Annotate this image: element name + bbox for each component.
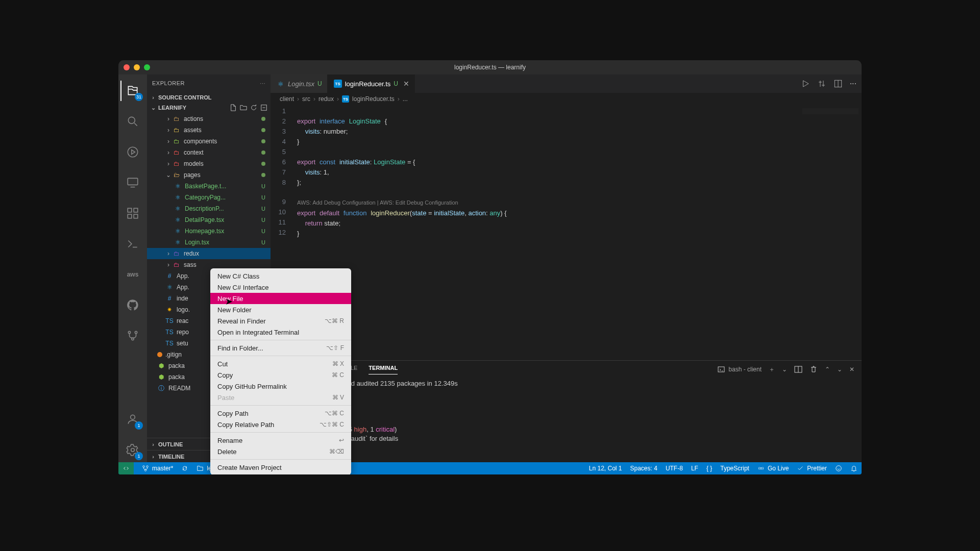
- file-login[interactable]: ⚛Login.tsxU: [147, 237, 271, 248]
- maximize-window-button[interactable]: [144, 64, 150, 70]
- minimap[interactable]: [802, 108, 859, 129]
- code-content[interactable]: export interface LoginState { visits: nu…: [297, 105, 862, 360]
- breadcrumb-item: ...: [403, 95, 408, 103]
- status-prettier[interactable]: Prettier: [797, 465, 827, 472]
- powershell-icon[interactable]: [120, 232, 145, 256]
- folder-actions[interactable]: ›🗀actions: [147, 113, 271, 124]
- panel-tab-terminal[interactable]: TERMINAL: [369, 365, 398, 374]
- tab-close-icon[interactable]: ✕: [403, 80, 409, 88]
- menu-open-terminal[interactable]: Open in Integrated Terminal: [210, 327, 351, 338]
- debug-icon[interactable]: [120, 140, 145, 164]
- terminal-split-icon[interactable]: [794, 365, 802, 373]
- explorer-icon[interactable]: 31: [120, 79, 145, 103]
- file-description[interactable]: ⚛DescriptionP...U: [147, 203, 271, 214]
- svg-rect-2: [128, 178, 138, 185]
- menu-new-folder[interactable]: New Folder: [210, 304, 351, 315]
- compare-icon[interactable]: [817, 79, 826, 88]
- menu-copy[interactable]: Copy⌘ C: [210, 369, 351, 381]
- sidebar-more-icon[interactable]: ···: [260, 80, 265, 86]
- menu-find-in-folder[interactable]: Find in Folder...⌥⇧ F: [210, 342, 351, 354]
- remote-indicator[interactable]: [118, 462, 134, 474]
- new-file-icon[interactable]: [230, 104, 237, 111]
- shell-label: bash - client: [728, 366, 762, 373]
- refresh-icon[interactable]: [250, 104, 257, 111]
- remote-icon[interactable]: [120, 170, 145, 195]
- terminal-trash-icon[interactable]: [810, 365, 818, 373]
- folder-components[interactable]: ›🗀components: [147, 136, 271, 147]
- status-golive[interactable]: Go Live: [757, 465, 789, 472]
- terminal-output[interactable]: s from 24 contributors and audited 2135 …: [271, 378, 862, 462]
- folder-redux[interactable]: ›🗀redux: [147, 248, 271, 259]
- editor-actions: ···: [801, 79, 856, 88]
- svg-rect-4: [134, 208, 138, 212]
- menu-new-csharp-interface[interactable]: New C# Interface: [210, 282, 351, 293]
- status-language[interactable]: TypeScript: [720, 465, 749, 472]
- breadcrumb-item: loginReducer.ts: [352, 95, 395, 103]
- menu-copy-path[interactable]: Copy Path⌥⌘ C: [210, 408, 351, 419]
- file-basket[interactable]: ⚛BasketPage.t...U: [147, 181, 271, 192]
- collapse-icon[interactable]: [260, 104, 267, 111]
- project-header[interactable]: ⌄LEARNIFY: [147, 103, 271, 112]
- menu-copy-github[interactable]: Copy GitHub Permalink: [210, 381, 351, 392]
- split-editor-icon[interactable]: [834, 79, 843, 88]
- file-detail[interactable]: ⚛DetailPage.tsxU: [147, 214, 271, 226]
- menu-separator: [210, 432, 351, 433]
- menu-copy-relative-path[interactable]: Copy Relative Path⌥⇧⌘ C: [210, 419, 351, 430]
- terminal-maximize-icon[interactable]: ⌃: [825, 366, 830, 373]
- codelens[interactable]: AWS: Add Debug Configuration | AWS: Edit…: [297, 198, 862, 208]
- menu-rename[interactable]: Rename↩: [210, 435, 351, 446]
- status-lncol[interactable]: Ln 12, Col 1: [589, 465, 622, 472]
- search-icon[interactable]: [120, 109, 145, 134]
- play-icon[interactable]: [801, 79, 810, 88]
- github-icon[interactable]: [120, 293, 145, 317]
- tab-login-reducer[interactable]: TS loginReducer.ts U ✕: [328, 74, 415, 93]
- status-encoding[interactable]: UTF-8: [666, 465, 683, 472]
- section-source-control[interactable]: ›SOURCE CONTROL: [147, 92, 271, 103]
- new-folder-icon[interactable]: [240, 104, 247, 111]
- status-sync[interactable]: [181, 465, 188, 472]
- file-homepage[interactable]: ⚛Homepage.tsxU: [147, 226, 271, 237]
- status-branch[interactable]: master*: [142, 465, 173, 472]
- file-category[interactable]: ⚛CategoryPag...U: [147, 192, 271, 203]
- status-bell-icon[interactable]: [850, 465, 857, 472]
- status-spaces[interactable]: Spaces: 4: [630, 465, 657, 472]
- terminal-close-icon[interactable]: ✕: [849, 366, 854, 373]
- ts-file-icon: TS: [342, 95, 349, 103]
- folder-context[interactable]: ›🗀context: [147, 147, 271, 158]
- status-eol[interactable]: LF: [691, 465, 698, 472]
- status-branch-label: master*: [152, 465, 173, 472]
- minimize-window-button[interactable]: [134, 64, 140, 70]
- folder-pages[interactable]: ⌄🗁pages: [147, 169, 271, 181]
- breadcrumb-item: redux: [318, 95, 334, 103]
- breadcrumb[interactable]: client› src› redux› TS loginReducer.ts› …: [271, 93, 862, 105]
- tab-modified-badge: U: [394, 80, 398, 87]
- svg-rect-3: [128, 208, 132, 212]
- status-feedback-icon[interactable]: [835, 465, 842, 472]
- terminal-add-icon[interactable]: ＋: [769, 365, 775, 374]
- branch-icon[interactable]: [120, 323, 145, 348]
- menu-new-file[interactable]: New File: [210, 293, 351, 304]
- close-window-button[interactable]: [124, 64, 130, 70]
- more-icon[interactable]: ···: [850, 79, 856, 88]
- terminal-dropdown-icon[interactable]: ⌄: [782, 366, 787, 373]
- menu-delete[interactable]: Delete⌘⌫: [210, 446, 351, 457]
- svg-point-7: [128, 331, 130, 333]
- menu-create-maven[interactable]: Create Maven Project: [210, 462, 351, 473]
- folder-assets[interactable]: ›🗀assets: [147, 124, 271, 136]
- menu-new-csharp-class[interactable]: New C# Class: [210, 270, 351, 282]
- aws-icon[interactable]: aws: [120, 262, 145, 287]
- accounts-icon[interactable]: 1: [120, 407, 145, 432]
- folder-models[interactable]: ›🗀models: [147, 158, 271, 169]
- extensions-icon[interactable]: [120, 201, 145, 226]
- status-braces-icon[interactable]: { }: [706, 465, 712, 472]
- sidebar-title: EXPLORER: [152, 80, 185, 86]
- tab-login[interactable]: ⚛ Login.tsx U: [271, 74, 328, 93]
- menu-reveal-finder[interactable]: Reveal in Finder⌥⌘ R: [210, 315, 351, 327]
- svg-point-18: [144, 469, 146, 471]
- menu-cut[interactable]: Cut⌘ X: [210, 358, 351, 369]
- terminal-chevron-icon[interactable]: ⌄: [837, 366, 842, 373]
- settings-icon[interactable]: 1: [120, 438, 145, 462]
- svg-point-20: [836, 466, 842, 471]
- terminal-shell-selector[interactable]: bash - client: [717, 365, 762, 373]
- editor-body[interactable]: 123 456 78 9 101112 export interface Log…: [271, 105, 862, 360]
